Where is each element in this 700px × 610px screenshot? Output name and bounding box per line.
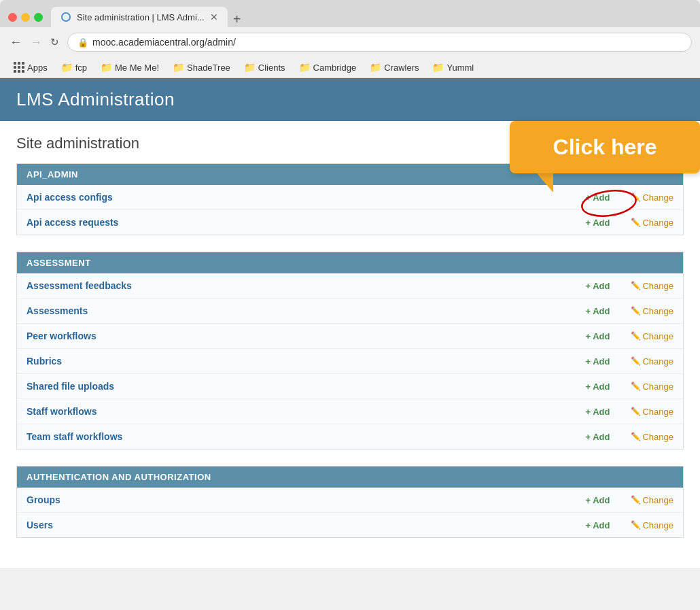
folder-icon: 📁 [432, 62, 444, 73]
folder-icon: 📁 [101, 62, 112, 73]
team-staff-workflows-add-button[interactable]: + Add [585, 432, 623, 442]
users-change-label: Change [642, 520, 673, 530]
team-staff-workflows-change-button[interactable]: ✏️ Change [631, 432, 673, 442]
groups-add-button[interactable]: + Add [585, 495, 623, 505]
peer-workflows-add-button[interactable]: + Add [585, 331, 623, 341]
bookmark-apps[interactable]: Apps [8, 61, 53, 74]
pencil-icon: ✏️ [631, 218, 641, 227]
section-header-assessment: ASSESSMENT [17, 252, 683, 273]
api-access-configs-change-button[interactable]: ✏️ Change [631, 192, 673, 203]
rubrics-change-button[interactable]: ✏️ Change [631, 356, 673, 367]
folder-icon: 📁 [173, 62, 184, 73]
tab-bar: Site administration | LMS Admi... ✕ + [51, 7, 692, 27]
shared-file-uploads-change-button[interactable]: ✏️ Change [631, 382, 673, 392]
minimize-button[interactable] [21, 13, 30, 22]
section-auth: AUTHENTICATION AND AUTHORIZATION Groups … [16, 466, 684, 538]
back-button[interactable]: ← [8, 34, 23, 51]
section-assessment: ASSESSMENT Assessment feedbacks + Add ✏️… [16, 252, 684, 450]
maximize-button[interactable] [34, 13, 43, 22]
tooltip-box[interactable]: Click here [510, 121, 700, 173]
bookmark-cambridge[interactable]: 📁 Cambridge [294, 61, 362, 74]
shared-file-uploads-add-button[interactable]: + Add [585, 382, 623, 392]
apps-grid-icon [14, 62, 24, 73]
row-users: Users + Add ✏️ Change [17, 513, 683, 537]
url-text: mooc.academiacentral.org/admin/ [92, 37, 236, 48]
row-actions: + Add ✏️ Change [585, 218, 673, 228]
assessments-change-button[interactable]: ✏️ Change [631, 306, 673, 316]
apps-label: Apps [27, 63, 48, 73]
bookmark-yumml-label: Yumml [447, 63, 474, 73]
staff-workflows-link[interactable]: Staff workflows [27, 406, 585, 417]
staff-workflows-change-label: Change [642, 407, 673, 417]
bookmark-clients[interactable]: 📁 Clients [239, 61, 291, 74]
row-actions: + Add ✏️ Change [585, 407, 673, 417]
api-access-requests-change-button[interactable]: ✏️ Change [631, 218, 673, 228]
new-tab-button[interactable]: + [228, 12, 247, 27]
assessment-feedbacks-change-button[interactable]: ✏️ Change [631, 281, 673, 291]
row-peer-workflows: Peer workflows + Add ✏️ Change [17, 324, 683, 349]
api-access-requests-link[interactable]: Api access requests [27, 217, 585, 228]
users-link[interactable]: Users [27, 520, 585, 530]
row-actions: + Add ✏️ Change [585, 192, 673, 203]
tooltip-label: Click here [553, 135, 657, 159]
pencil-icon: ✏️ [631, 281, 641, 290]
api-access-configs-link[interactable]: Api access configs [27, 192, 585, 203]
refresh-button[interactable]: ↻ [49, 35, 60, 50]
api-access-configs-add-button[interactable]: + Add [585, 192, 623, 203]
row-team-staff-workflows: Team staff workflows + Add ✏️ Change [17, 424, 683, 449]
row-shared-file-uploads: Shared file uploads + Add ✏️ Change [17, 374, 683, 399]
bookmark-crawlers-label: Crawlers [384, 63, 419, 73]
groups-change-button[interactable]: ✏️ Change [631, 495, 673, 505]
assessment-feedbacks-add-button[interactable]: + Add [585, 281, 623, 291]
staff-workflows-change-button[interactable]: ✏️ Change [631, 407, 673, 417]
folder-icon: 📁 [370, 62, 381, 73]
api-access-requests-add-button[interactable]: + Add [585, 218, 623, 228]
assessment-feedbacks-link[interactable]: Assessment feedbacks [27, 280, 585, 291]
folder-icon: 📁 [61, 62, 73, 73]
pencil-icon: ✏️ [631, 407, 641, 416]
url-bar[interactable]: 🔒 mooc.academiacentral.org/admin/ [67, 33, 692, 52]
tab-close-button[interactable]: ✕ [210, 12, 218, 22]
lock-icon: 🔒 [77, 37, 88, 48]
bookmark-shadetree[interactable]: 📁 ShadeTree [167, 61, 236, 74]
peer-workflows-change-button[interactable]: ✏️ Change [631, 331, 673, 341]
row-actions: + Add ✏️ Change [585, 432, 673, 442]
shared-file-uploads-link[interactable]: Shared file uploads [27, 381, 585, 392]
api-access-configs-change-label: Change [642, 192, 673, 203]
assessment-feedbacks-change-label: Change [642, 281, 673, 291]
users-add-button[interactable]: + Add [585, 520, 623, 530]
team-staff-workflows-link[interactable]: Team staff workflows [27, 431, 585, 442]
assessments-add-button[interactable]: + Add [585, 306, 623, 316]
users-change-button[interactable]: ✏️ Change [631, 520, 673, 530]
folder-icon: 📁 [244, 62, 256, 73]
lms-header: LMS Administration [0, 78, 700, 121]
page-body: Site administration Click here API_ADMIN… [0, 121, 700, 568]
lms-title: LMS Administration [16, 89, 684, 110]
peer-workflows-change-label: Change [642, 331, 673, 341]
row-actions: + Add ✏️ Change [585, 306, 673, 316]
assessments-link[interactable]: Assessments [27, 305, 585, 316]
row-actions: + Add ✏️ Change [585, 382, 673, 392]
main-content: LMS Administration Site administration C… [0, 78, 700, 568]
row-actions: + Add ✏️ Change [585, 356, 673, 367]
close-button[interactable] [8, 13, 17, 22]
forward-button[interactable]: → [29, 34, 43, 51]
staff-workflows-add-button[interactable]: + Add [585, 407, 623, 417]
row-api-access-requests: Api access requests + Add ✏️ Change [17, 210, 683, 235]
section-header-label: ASSESSMENT [27, 258, 91, 268]
rubrics-link[interactable]: Rubrics [27, 356, 585, 367]
pencil-icon: ✏️ [631, 432, 641, 441]
peer-workflows-link[interactable]: Peer workflows [27, 331, 585, 341]
bookmark-fcp[interactable]: 📁 fcp [56, 61, 92, 74]
groups-link[interactable]: Groups [27, 494, 585, 505]
row-assessment-feedbacks: Assessment feedbacks + Add ✏️ Change [17, 273, 683, 299]
active-tab[interactable]: Site administration | LMS Admi... ✕ [51, 7, 228, 27]
bookmark-crawlers[interactable]: 📁 Crawlers [364, 61, 424, 74]
row-rubrics: Rubrics + Add ✏️ Change [17, 349, 683, 374]
bookmark-yumml[interactable]: 📁 Yumml [427, 61, 479, 74]
bookmark-memememe[interactable]: 📁 Me Me Me! [95, 61, 164, 74]
rubrics-add-button[interactable]: + Add [585, 356, 623, 367]
team-staff-workflows-change-label: Change [642, 432, 673, 442]
bookmark-memememe-label: Me Me Me! [115, 63, 159, 73]
groups-change-label: Change [642, 495, 673, 505]
